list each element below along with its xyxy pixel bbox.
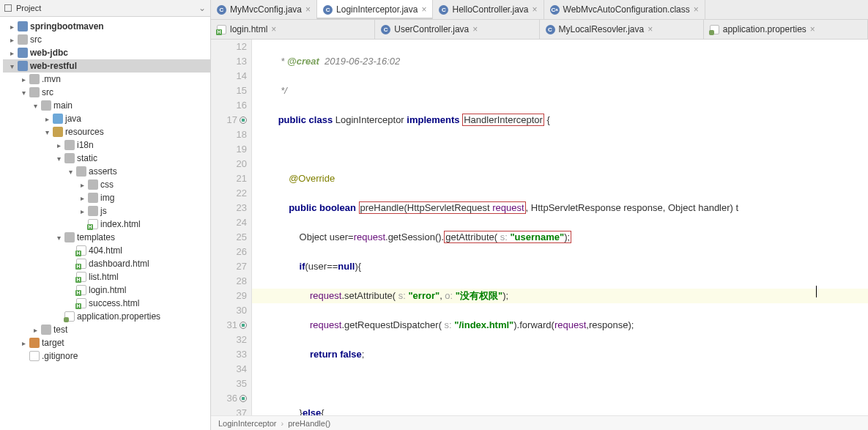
close-icon[interactable]: × [271,24,276,34]
tab-usercontroller-java[interactable]: CUserController.java× [375,20,539,39]
close-icon[interactable]: × [421,4,426,15]
close-icon[interactable]: × [472,24,478,34]
chevron-icon[interactable] [8,62,15,70]
gutter-line[interactable]: 35 [211,377,248,391]
tree-dir-main[interactable]: main [3,99,210,112]
chevron-icon[interactable] [55,234,62,242]
tree-file-application-properties[interactable]: application.properties [3,310,210,323]
gutter[interactable]: 1213141516171819202122232425262728293031… [211,40,252,415]
breadcrumb[interactable]: LoginInterceptor preHandle() [211,415,868,430]
chevron-icon[interactable] [78,194,86,202]
chevron-icon[interactable] [20,75,27,84]
gutter-line[interactable]: 15 [211,84,248,98]
tree-dir-src[interactable]: src [3,86,210,99]
tab-webmvcautoconfiguration-class[interactable]: CaWebMvcAutoConfiguration.class× [544,0,705,19]
tree-dir-js[interactable]: js [3,204,210,218]
tree-module-web-restful[interactable]: web-restful [3,59,210,73]
chevron-icon[interactable] [20,89,27,97]
gutter-line[interactable]: 29 [211,289,248,303]
code-editor[interactable]: * @creat 2019-06-23-16:02 */ public clas… [252,40,868,415]
gutter-line[interactable]: 16 [211,98,248,113]
tab-logininterceptor-java[interactable]: CLoginInterceptor.java× [317,0,433,19]
close-icon[interactable]: × [533,4,538,15]
gutter-line[interactable]: 24 [211,215,248,230]
project-tree[interactable]: springbootmaven src web-jdbc web-restful… [0,17,210,430]
chevron-icon[interactable] [8,36,15,44]
tab-mymvcconfig-java[interactable]: CMyMvcConfig.java× [211,0,317,19]
tree-dir-templates[interactable]: templates [3,231,210,244]
breadcrumb-class[interactable]: LoginInterceptor [218,419,277,428]
tree-file-index-html[interactable]: index.html [3,218,210,231]
override-marker-icon[interactable] [240,116,247,124]
tree-dir-src-top[interactable]: src [3,33,210,46]
gutter-line[interactable]: 19 [211,142,248,157]
tree-dir-mvn[interactable]: .mvn [3,73,210,86]
gutter-line[interactable]: 25 [211,230,248,245]
chevron-icon[interactable] [43,128,51,136]
folder-icon [64,232,75,242]
gutter-line[interactable]: 27 [211,259,248,274]
tree-dir-static[interactable]: static [3,152,210,165]
chevron-icon[interactable] [55,141,62,149]
chevron-icon[interactable] [43,115,51,123]
tree-file-login-html[interactable]: login.html [3,283,210,297]
tree-dir-test[interactable]: test [3,323,210,336]
close-icon[interactable]: × [810,24,815,34]
tab-login-html[interactable]: login.html× [211,20,375,39]
tree-dir-css[interactable]: css [3,178,210,191]
chevron-icon[interactable] [8,49,15,57]
close-icon[interactable]: × [305,4,311,15]
tree-dir-resources[interactable]: resources [3,125,210,138]
tree-dir-i18n[interactable]: i18n [3,138,210,152]
chevron-icon[interactable] [55,155,62,163]
tab-mylocalresovler-java[interactable]: CMyLocalResovler.java× [540,20,704,39]
chevron-icon[interactable] [20,339,27,347]
project-view-icon[interactable] [4,4,12,12]
html-icon [76,245,86,256]
tree-file-dashboard-html[interactable]: dashboard.html [3,257,210,270]
tree-file-gitignore[interactable]: .gitignore [3,349,210,363]
breadcrumb-method[interactable]: preHandle() [288,419,330,428]
gutter-line[interactable]: 34 [211,362,248,377]
gutter-line[interactable]: 28 [211,274,248,289]
close-icon[interactable]: × [694,4,699,15]
gutter-line[interactable]: 13 [211,54,248,69]
gutter-line[interactable]: 32 [211,333,248,347]
gutter-line[interactable]: 37 [211,406,248,415]
gutter-line[interactable]: 33 [211,347,248,362]
override-marker-icon[interactable] [240,395,247,402]
gutter-line[interactable]: 12 [211,40,248,54]
gutter-line[interactable]: 30 [211,303,248,318]
gutter-line[interactable]: 14 [211,69,248,84]
tree-dir-asserts[interactable]: asserts [3,165,210,178]
chevron-icon[interactable] [78,181,86,189]
chevron-icon[interactable] [8,23,15,31]
tree-module-springbootmaven[interactable]: springbootmaven [3,20,210,33]
override-marker-icon[interactable] [240,322,247,329]
tab-hellocontroller-java[interactable]: CHelloController.java× [433,0,544,19]
html-icon [76,272,86,282]
gutter-line[interactable]: 20 [211,157,248,171]
tab-application-properties[interactable]: application.properties× [704,20,868,39]
gutter-line[interactable]: 36 [211,391,248,406]
gutter-line[interactable]: 18 [211,127,248,142]
gutter-line[interactable]: 17 [211,113,248,127]
tree-module-web-jdbc[interactable]: web-jdbc [3,46,210,59]
chevron-icon[interactable] [78,207,86,215]
tree-file-404-html[interactable]: 404.html [3,244,210,257]
sidebar-dropdown-icon[interactable]: ⌄ [199,3,206,13]
tree-dir-java[interactable]: java [3,112,210,125]
gutter-line[interactable]: 31 [211,318,248,333]
close-icon[interactable]: × [648,24,653,34]
chevron-icon[interactable] [31,326,39,334]
gutter-line[interactable]: 26 [211,245,248,259]
chevron-icon[interactable] [31,102,39,110]
tree-dir-target[interactable]: target [3,336,210,349]
tree-dir-img[interactable]: img [3,191,210,204]
tree-file-success-html[interactable]: success.html [3,297,210,310]
tree-file-list-html[interactable]: list.html [3,270,210,283]
chevron-icon[interactable] [67,168,74,176]
gutter-line[interactable]: 21 [211,171,248,186]
gutter-line[interactable]: 22 [211,186,248,201]
gutter-line[interactable]: 23 [211,201,248,215]
